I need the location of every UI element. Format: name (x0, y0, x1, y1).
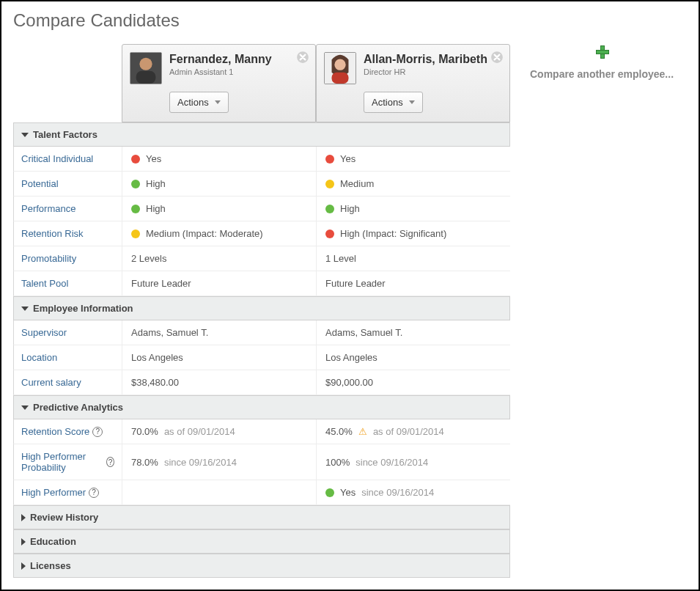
section-title: Employee Information (33, 303, 133, 314)
cell: Los Angeles (316, 345, 510, 370)
actions-button[interactable]: Actions (169, 92, 229, 113)
cell: Adams, Samuel T. (122, 320, 316, 345)
section-employee-information[interactable]: Employee Information (13, 296, 510, 320)
label-text: High Performer (21, 487, 86, 498)
cell-value: Future Leader (131, 278, 191, 289)
row-label-supervisor: Supervisor (13, 320, 122, 345)
expanded-icon (21, 405, 29, 410)
close-icon[interactable] (490, 51, 504, 64)
label-text: High Performer Probability (21, 451, 103, 473)
status-dot-icon (325, 205, 334, 213)
cell: 2 Levels (122, 246, 316, 271)
section-predictive-analytics[interactable]: Predictive Analytics (13, 395, 510, 419)
cell: Medium (Impact: Moderate) (122, 221, 316, 246)
cell: Future Leader (316, 271, 510, 296)
row-label-performance: Performance (13, 197, 122, 221)
cell-value: Yes (340, 153, 355, 164)
cell: 45.0% ⚠ as of 09/01/2014 (316, 419, 510, 444)
section-talent-factors[interactable]: Talent Factors (13, 122, 510, 147)
row-label-critical-individual: Critical Individual (13, 147, 122, 172)
cell-value: Yes (340, 487, 355, 498)
cell-value: Medium (340, 178, 374, 189)
cell-value: 45.0% (325, 426, 353, 437)
row-label-high-performer: High Performer ? (13, 480, 122, 505)
chevron-down-icon (215, 100, 221, 104)
compare-another-panel[interactable]: Compare another employee... (511, 45, 693, 81)
cell: 70.0% as of 09/01/2014 (122, 419, 316, 444)
help-icon[interactable]: ? (92, 427, 103, 437)
cell: Adams, Samuel T. (316, 320, 510, 345)
avatar (130, 52, 162, 84)
actions-label: Actions (177, 97, 209, 108)
status-dot-icon (325, 230, 334, 238)
cell: High (122, 172, 316, 197)
section-review-history[interactable]: Review History (13, 505, 510, 529)
cell-value: 70.0% (131, 426, 158, 437)
svg-rect-7 (332, 73, 349, 84)
cell-value: 100% (325, 457, 350, 468)
row-label-potential: Potential (13, 172, 122, 197)
avatar (324, 52, 356, 84)
actions-label: Actions (372, 97, 403, 108)
status-dot-icon (325, 180, 334, 188)
cell: Future Leader (122, 271, 316, 296)
row-label-promotability: Promotability (13, 246, 122, 271)
header-spacer (13, 44, 122, 122)
label-text: Retention Score (21, 426, 89, 437)
cell: Yes since 09/16/2014 (316, 480, 510, 505)
cell: Yes (122, 147, 316, 172)
candidate-name: Allan-Morris, Maribeth (364, 52, 487, 66)
status-dot-icon (131, 230, 140, 238)
cell-value: High (Impact: Significant) (340, 228, 446, 239)
svg-rect-3 (136, 71, 156, 84)
status-dot-icon (131, 180, 140, 188)
actions-button[interactable]: Actions (364, 92, 423, 113)
cell-value: High (146, 178, 166, 189)
collapsed-icon (21, 514, 26, 521)
cell-value: 2 Levels (131, 253, 166, 264)
section-title: Review History (30, 512, 98, 523)
cell: 100% since 09/16/2014 (316, 444, 510, 480)
cell-value: 1 Level (325, 253, 356, 264)
status-dot-icon (325, 155, 334, 164)
cell-note: as of 09/01/2014 (373, 426, 444, 437)
cell-value: High (146, 203, 166, 214)
close-icon[interactable] (296, 51, 309, 64)
cell: High (Impact: Significant) (316, 221, 510, 246)
expanded-icon (21, 133, 29, 137)
help-icon[interactable]: ? (106, 457, 114, 467)
cell: $90,000.00 (316, 370, 510, 395)
cell-value: 78.0% (131, 457, 158, 468)
section-title: Education (30, 536, 76, 547)
cell-value: Yes (146, 153, 161, 164)
cell-value: High (340, 203, 360, 214)
cell-value: Future Leader (325, 278, 386, 289)
candidate-card-1: Allan-Morris, Maribeth Director HR Actio… (316, 44, 510, 122)
cell: 1 Level (316, 246, 510, 271)
candidate-name: Fernandez, Manny (169, 52, 272, 66)
candidate-title: Admin Assistant 1 (169, 67, 272, 76)
warning-icon: ⚠ (358, 426, 367, 437)
cell: High (122, 197, 316, 221)
candidate-title: Director HR (364, 67, 487, 76)
section-title: Licenses (30, 560, 71, 571)
cell: $38,480.00 (122, 370, 316, 395)
section-education[interactable]: Education (13, 529, 510, 554)
help-icon[interactable]: ? (89, 488, 99, 498)
candidate-card-0: Fernandez, Manny Admin Assistant 1 Actio… (122, 44, 316, 122)
cell: Medium (316, 172, 510, 197)
chevron-down-icon (409, 100, 415, 104)
section-licenses[interactable]: Licenses (13, 554, 510, 578)
cell-note: since 09/16/2014 (355, 457, 428, 468)
status-dot-icon (131, 205, 140, 213)
row-label-current-salary: Current salary (13, 370, 122, 395)
page-title: Compare Candidates (1, 1, 699, 44)
cell (122, 480, 316, 505)
status-dot-icon (131, 155, 140, 164)
cell-value: Medium (Impact: Moderate) (146, 228, 263, 239)
section-title: Talent Factors (33, 129, 97, 140)
collapsed-icon (21, 538, 26, 546)
cell: Yes (316, 147, 510, 172)
row-label-talent-pool: Talent Pool (13, 271, 122, 296)
cell: Los Angeles (122, 345, 316, 370)
